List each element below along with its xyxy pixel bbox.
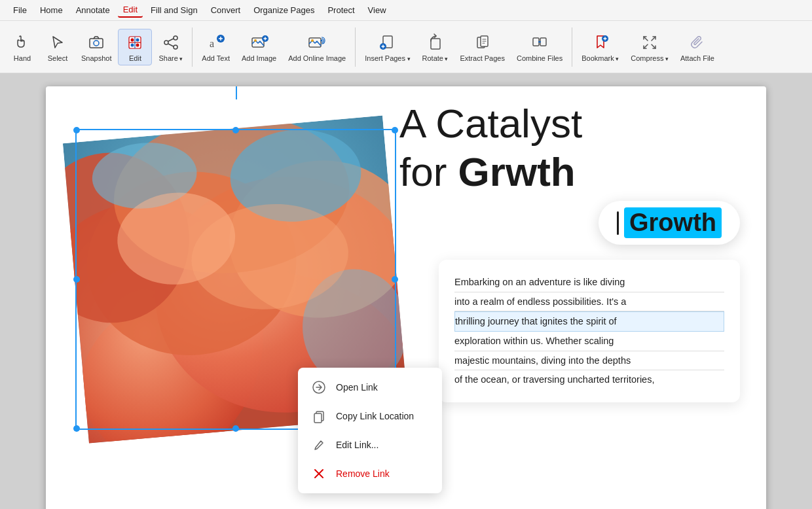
svg-point-9 — [174, 36, 177, 40]
share-label: Share — [158, 54, 183, 62]
toolbar-sep-1 — [192, 27, 193, 67]
svg-rect-0 — [90, 39, 103, 48]
hand-button[interactable]: Hand — [5, 29, 39, 65]
menu-edit[interactable]: Edit — [118, 3, 143, 18]
svg-rect-53 — [314, 413, 322, 423]
svg-rect-30 — [431, 39, 440, 49]
menu-file[interactable]: File — [8, 3, 32, 17]
insert-pages-icon — [377, 32, 398, 53]
document-title: A Catalyst for Grwth — [399, 99, 740, 197]
svg-point-4 — [136, 38, 139, 41]
rotate-icon — [424, 32, 445, 53]
add-text-icon: a — [206, 32, 227, 53]
svg-text:a: a — [210, 38, 214, 49]
handle-top-mid[interactable] — [232, 127, 239, 133]
add-image-label: Add Image — [242, 54, 276, 62]
copy-link-icon — [311, 408, 327, 424]
remove-link-label: Remove Link — [336, 468, 390, 479]
text-line-3-highlighted: thrilling journey that ignites the spiri… — [454, 311, 724, 332]
menu-protect[interactable]: Protect — [322, 3, 360, 17]
title-line2-prefix: for — [399, 149, 458, 194]
context-menu: Open Link Copy Link Location Edit Lin — [298, 368, 442, 493]
share-icon — [160, 32, 181, 53]
handle-mid-left[interactable] — [73, 276, 80, 283]
remove-link-icon — [311, 466, 327, 482]
compress-button[interactable]: Compress — [625, 29, 674, 65]
bookmark-label: Bookmark — [581, 54, 619, 62]
svg-point-3 — [131, 38, 134, 41]
hand-icon — [12, 32, 33, 53]
share-button[interactable]: Share — [153, 29, 188, 65]
compress-label: Compress — [631, 54, 669, 62]
svg-rect-33 — [533, 38, 539, 46]
combine-files-button[interactable]: Combine Files — [511, 29, 568, 65]
snapshot-label: Snapshot — [81, 54, 111, 62]
attach-file-icon — [687, 32, 708, 53]
title-line1: A Catalyst — [399, 101, 582, 146]
bookmark-button[interactable]: Bookmark — [576, 29, 624, 65]
edit-link-icon — [311, 437, 327, 453]
combine-files-label: Combine Files — [517, 54, 563, 62]
svg-line-12 — [168, 39, 174, 41]
menu-annotate[interactable]: Annotate — [71, 3, 115, 17]
edit-link-label: Edit Link... — [336, 440, 378, 450]
handle-top-left[interactable] — [73, 127, 80, 133]
context-edit-link[interactable]: Edit Link... — [298, 430, 442, 459]
menu-view[interactable]: View — [363, 3, 392, 17]
handle-bottom-mid[interactable] — [232, 425, 239, 432]
main-content: A Catalyst for Grwth Growth Embarking on… — [0, 73, 812, 509]
add-online-image-label: Add Online Image — [288, 54, 346, 62]
handle-mid-right[interactable] — [392, 276, 398, 283]
text-content-box[interactable]: Embarking on an adventure is like diving… — [439, 260, 740, 402]
svg-point-10 — [174, 45, 177, 49]
rotate-label: Rotate — [422, 54, 449, 62]
handle-bottom-left[interactable] — [73, 425, 80, 432]
svg-point-5 — [131, 43, 134, 46]
svg-rect-34 — [540, 38, 546, 46]
svg-point-25 — [321, 39, 323, 41]
menu-convert[interactable]: Convert — [206, 3, 246, 17]
edit-label: Edit — [129, 54, 141, 62]
compress-icon — [639, 32, 660, 53]
attach-file-button[interactable]: Attach File — [675, 29, 720, 65]
attach-file-label: Attach File — [680, 54, 714, 62]
open-link-label: Open Link — [336, 382, 378, 393]
add-online-image-icon — [306, 32, 327, 53]
select-icon — [47, 32, 68, 53]
text-line-2: into a realm of endless possibilities. I… — [454, 292, 724, 312]
svg-line-13 — [168, 44, 174, 46]
toolbar-sep-3 — [572, 27, 572, 67]
pdf-page: A Catalyst for Grwth Growth Embarking on… — [46, 86, 766, 509]
svg-point-6 — [136, 43, 139, 46]
context-open-link[interactable]: Open Link — [298, 373, 442, 402]
edit-button[interactable]: Edit — [118, 29, 152, 65]
toolbar: Hand Select Snapshot — [0, 21, 812, 73]
handle-top-right[interactable] — [392, 127, 398, 133]
add-image-button[interactable]: Add Image — [236, 29, 282, 65]
menu-home[interactable]: Home — [35, 3, 68, 17]
menu-fill-sign[interactable]: Fill and Sign — [145, 3, 203, 17]
text-line-1: Embarking on an adventure is like diving — [454, 273, 724, 292]
menu-bar: File Home Annotate Edit Fill and Sign Co… — [0, 0, 812, 21]
toolbar-sep-2 — [355, 27, 356, 67]
add-online-image-button[interactable]: Add Online Image — [283, 29, 351, 65]
snapshot-button[interactable]: Snapshot — [76, 29, 117, 65]
extract-pages-button[interactable]: Extract Pages — [454, 29, 509, 65]
copy-link-label: Copy Link Location — [336, 411, 414, 421]
context-remove-link[interactable]: Remove Link — [298, 459, 442, 488]
rotate-button[interactable]: Rotate — [417, 29, 454, 65]
edit-icon — [124, 32, 145, 53]
insert-pages-button[interactable]: Insert Pages — [360, 29, 415, 65]
open-link-icon — [311, 379, 327, 395]
text-line-6: of the ocean, or traversing uncharted te… — [454, 370, 724, 389]
extract-pages-label: Extract Pages — [460, 54, 504, 62]
extract-pages-icon — [472, 32, 493, 53]
rotation-handle[interactable] — [231, 86, 242, 99]
svg-point-11 — [164, 41, 168, 44]
svg-point-19 — [254, 39, 257, 42]
select-button[interactable]: Select — [41, 29, 75, 65]
context-copy-link[interactable]: Copy Link Location — [298, 402, 442, 430]
add-text-button[interactable]: a Add Text — [196, 29, 235, 65]
text-line-4: exploration within us. Whether scaling — [454, 332, 724, 351]
menu-organize[interactable]: Organize Pages — [248, 3, 320, 17]
